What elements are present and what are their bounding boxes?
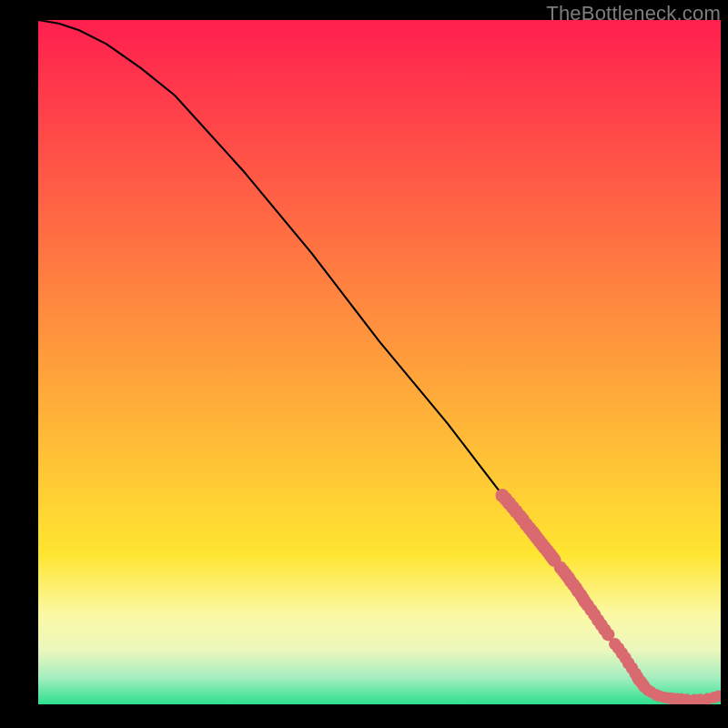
- chart-svg: [38, 20, 721, 704]
- chart-stage: TheBottleneck.com: [0, 0, 728, 728]
- gradient-background: [38, 20, 721, 704]
- plot-area: [38, 20, 721, 704]
